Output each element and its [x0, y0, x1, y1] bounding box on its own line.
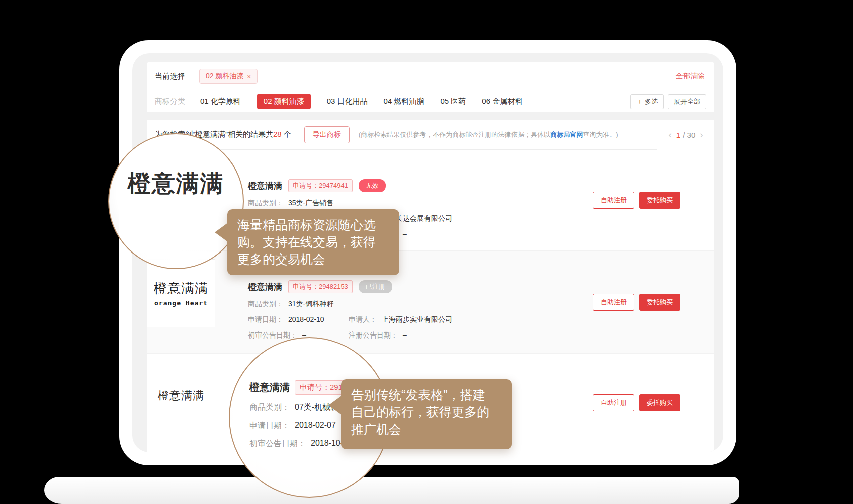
magnifier-circle-trademark: 橙意满满	[108, 133, 244, 269]
disclaimer-text: (商标检索结果仅供参考，不作为商标能否注册的法律依据；具体以	[359, 131, 550, 138]
disclaimer-text-end: 查询为准。)	[583, 131, 618, 138]
entrust-buy-button[interactable]: 委托购买	[639, 394, 680, 411]
callout-text-line: 购。支持在线交易，获得	[237, 233, 389, 250]
expand-all-button[interactable]: 展开全部	[668, 94, 706, 109]
current-selection-row: 当前选择 02 颜料油漆 × 全部清除	[147, 62, 714, 91]
page-separator: /	[683, 131, 685, 139]
callout-text-line: 告别传统“发表格”，搭建	[351, 386, 502, 403]
category-item-02-selected[interactable]: 02 颜料油漆	[257, 94, 311, 109]
selected-filter-tag[interactable]: 02 颜料油漆 ×	[199, 69, 258, 84]
self-register-button[interactable]: 自助注册	[593, 192, 634, 209]
callout-text-line: 推广机会	[351, 421, 502, 438]
category-row-label: 商标分类	[155, 97, 185, 106]
entrust-buy-button[interactable]: 委托购买	[639, 294, 680, 311]
callout-marketplace: 海量精品商标资源随心选 购。支持在线交易，获得 更多的交易机会	[227, 209, 399, 275]
trademark-name: 橙意满满	[249, 381, 290, 394]
application-number-tag: 申请号：29474941	[288, 179, 353, 192]
pagination: ‹ 1 / 30 ›	[657, 120, 714, 150]
field-value: 35类-广告销售	[288, 199, 333, 208]
filter-card: 当前选择 02 颜料油漆 × 全部清除 商标分类 01 化学原料 02 颜料油漆…	[147, 62, 714, 112]
field-label: 商品类别：	[248, 199, 283, 208]
total-pages: 30	[687, 131, 696, 139]
results-summary-suffix: 个	[282, 130, 291, 138]
trademark-office-link[interactable]: 商标局官网	[550, 131, 583, 138]
status-badge: 无效	[359, 179, 386, 192]
category-item-05[interactable]: 05 医药	[440, 97, 466, 106]
self-register-button[interactable]: 自助注册	[593, 394, 634, 411]
field-label: 商品类别：	[248, 300, 283, 309]
field-label: 商品类别：	[249, 402, 290, 413]
category-item-06[interactable]: 06 金属材料	[482, 97, 523, 106]
remove-filter-icon[interactable]: ×	[247, 73, 251, 80]
field-value: –	[403, 331, 407, 340]
field-label: 初审公告日期：	[248, 331, 297, 340]
current-page: 1	[676, 131, 680, 139]
laptop-base	[44, 477, 739, 504]
trademark-image: 橙意满满	[147, 362, 215, 430]
status-badge: 已注册	[359, 280, 392, 293]
callout-text-line: 自己的标行，获得更多的	[351, 403, 502, 421]
callout-arrow-left-icon	[328, 396, 342, 415]
trademark-image: 橙意满满 orange Heart	[147, 259, 215, 327]
field-label: 申请日期：	[249, 421, 290, 431]
callout-promotion: 告别传统“发表格”，搭建 自己的标行，获得更多的 推广机会	[341, 379, 512, 449]
field-value: 2018-02-10	[288, 315, 324, 324]
results-header: 为您检索到“橙意满满”相关的结果共28 个 导出商标 (商标检索结果仅供参考，不…	[147, 120, 714, 150]
callout-text-line: 更多的交易机会	[237, 250, 389, 268]
category-item-04[interactable]: 04 燃料油脂	[384, 97, 424, 106]
results-summary-middle: 相关的结果共	[228, 130, 273, 138]
field-label: 注册公告日期：	[349, 331, 398, 340]
category-item-01[interactable]: 01 化学原料	[200, 97, 241, 106]
callout-text-line: 海量精品商标资源随心选	[237, 216, 389, 233]
field-label: 申请日期：	[248, 315, 283, 324]
field-label: 申请人：	[349, 315, 377, 324]
category-item-03[interactable]: 03 日化用品	[327, 97, 368, 106]
trademark-image-subtext: orange Heart	[154, 299, 208, 307]
next-page-icon[interactable]: ›	[700, 129, 703, 140]
field-value: –	[403, 230, 407, 239]
field-label: 初审公告日期：	[249, 439, 306, 449]
trademark-name: 橙意满满	[248, 281, 282, 293]
selected-filter-tag-label: 02 颜料油漆	[206, 72, 243, 81]
current-selection-label: 当前选择	[155, 72, 185, 81]
prev-page-icon[interactable]: ‹	[668, 129, 671, 140]
results-disclaimer: (商标检索结果仅供参考，不作为商标能否注册的法律依据；具体以商标局官网查询为准。…	[359, 130, 618, 139]
export-trademarks-button[interactable]: 导出商标	[304, 126, 350, 143]
magnified-trademark-text: 橙意满满	[128, 168, 224, 199]
trademark-name: 橙意满满	[248, 180, 282, 192]
results-count: 28	[273, 130, 282, 138]
category-row: 商标分类 01 化学原料 02 颜料油漆 03 日化用品 04 燃料油脂 05 …	[147, 91, 714, 112]
self-register-button[interactable]: 自助注册	[593, 294, 634, 311]
clear-all-button[interactable]: 全部清除	[676, 72, 704, 81]
callout-arrow-left-icon	[215, 223, 228, 242]
trademark-image-text: 橙意满满	[158, 388, 204, 403]
field-value: 31类-饲料种籽	[288, 300, 333, 309]
entrust-buy-button[interactable]: 委托购买	[639, 192, 680, 209]
field-value: 2018-02-07	[295, 421, 336, 431]
application-number-tag: 申请号：29482153	[288, 280, 353, 293]
field-value: 上海雨步实业有限公司	[382, 315, 452, 324]
multi-select-button[interactable]: ＋ 多选	[630, 94, 664, 109]
trademark-image-text: 橙意满满	[154, 280, 208, 297]
